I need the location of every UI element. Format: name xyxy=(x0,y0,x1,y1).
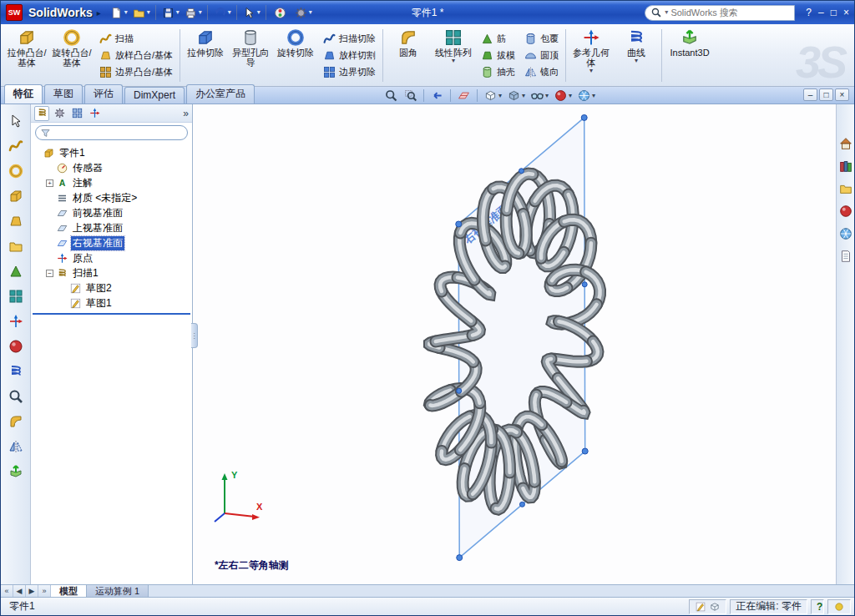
previous-view-button[interactable] xyxy=(429,88,445,103)
left-toolbar-icon-5[interactable] xyxy=(8,213,24,230)
tree-item-sketch1[interactable]: 草图1 xyxy=(33,295,190,311)
scenes-icon[interactable] xyxy=(838,226,853,241)
plane-handle[interactable] xyxy=(519,169,524,174)
print-button[interactable]: ▾ xyxy=(183,3,203,22)
featuremanager-tab[interactable] xyxy=(34,106,49,121)
tab-sketch[interactable]: 草图 xyxy=(44,84,83,104)
tree-item-annotations[interactable]: + A 注解 xyxy=(33,175,190,190)
custom-properties-icon[interactable] xyxy=(838,249,853,264)
status-model-icon[interactable] xyxy=(709,601,721,613)
left-toolbar-icon-9[interactable] xyxy=(8,313,24,330)
tab-scroll-last-button[interactable]: » xyxy=(38,585,51,597)
left-toolbar-icon-11[interactable] xyxy=(8,363,24,380)
fillet-button[interactable]: 圆角 xyxy=(386,26,431,85)
tree-item-sensors[interactable]: 传感器 xyxy=(33,160,190,175)
dimxpertmanager-tab[interactable] xyxy=(87,106,102,121)
tree-item-right-plane[interactable]: 右视基准面 xyxy=(33,235,190,250)
hide-show-items-button[interactable]: ▾ xyxy=(529,88,549,103)
display-style-button[interactable]: ▾ xyxy=(506,88,526,103)
tree-item-part[interactable]: 零件1 xyxy=(33,145,190,160)
instant3d-button[interactable]: Instant3D xyxy=(665,26,715,85)
resources-home-icon[interactable] xyxy=(838,136,853,151)
apply-scene-button[interactable]: ▾ xyxy=(576,88,596,103)
tree-item-top-plane[interactable]: 上视基准面 xyxy=(33,220,190,235)
plane-handle[interactable] xyxy=(457,388,462,393)
tree-item-sketch2[interactable]: 草图2 xyxy=(33,280,190,295)
tree-item-origin[interactable]: 原点 xyxy=(33,250,190,265)
model-tab[interactable]: 模型 xyxy=(51,585,87,597)
graphics-viewport[interactable]: 右视基准面 Y xyxy=(193,104,836,584)
edit-appearance-button[interactable]: ▾ xyxy=(553,88,573,103)
tab-dimxpert[interactable]: DimXpert xyxy=(124,87,185,104)
reference-geometry-button[interactable]: 参考几何体 ▾ xyxy=(569,26,614,85)
hole-wizard-button[interactable]: 异型孔向导 xyxy=(228,26,273,85)
tab-office-products[interactable]: 办公室产品 xyxy=(186,84,255,104)
revolved-boss-button[interactable]: 旋转凸台/基体 xyxy=(49,26,94,85)
shell-button[interactable]: 抽壳 xyxy=(478,64,517,80)
plane-handle[interactable] xyxy=(582,448,588,454)
sweep-button[interactable]: 扫描 xyxy=(97,31,175,47)
open-button[interactable]: ▾ xyxy=(131,3,151,22)
zoom-area-button[interactable] xyxy=(402,88,418,103)
plane-handle[interactable] xyxy=(457,555,463,561)
undo-button[interactable]: ▾ xyxy=(212,3,232,22)
left-toolbar-icon-14[interactable] xyxy=(8,438,24,455)
search-scope-caret[interactable]: ▾ xyxy=(665,9,668,16)
mirror-button[interactable]: 镜向 xyxy=(522,64,560,80)
rebuild-button[interactable] xyxy=(271,3,291,22)
tree-filter-box[interactable] xyxy=(35,125,188,140)
boundary-boss-button[interactable]: 边界凸台/基体 xyxy=(97,64,175,80)
left-toolbar-icon-15[interactable] xyxy=(8,463,24,480)
design-library-icon[interactable] xyxy=(838,159,853,174)
rib-button[interactable]: 筋 xyxy=(478,31,517,47)
panel-splitter-handle[interactable]: ⋮ xyxy=(191,323,198,348)
collapse-icon[interactable]: − xyxy=(46,270,53,277)
left-toolbar-icon-8[interactable] xyxy=(8,288,24,305)
left-toolbar-icon-13[interactable] xyxy=(8,413,24,430)
search-box[interactable]: ▾ xyxy=(645,5,795,21)
lofted-boss-button[interactable]: 放样凸台/基体 xyxy=(97,48,175,63)
left-toolbar-icon-10[interactable] xyxy=(8,338,24,355)
status-help-button[interactable]: ? xyxy=(811,599,824,614)
extruded-boss-button[interactable]: 拉伸凸台/基体 xyxy=(4,26,49,85)
maximize-button[interactable]: □ xyxy=(831,7,837,18)
wrap-button[interactable]: 包覆 xyxy=(522,31,560,47)
plane-handle[interactable] xyxy=(581,114,587,120)
minimize-button[interactable]: – xyxy=(818,7,824,18)
file-explorer-icon[interactable] xyxy=(838,181,853,196)
motion-study-tab[interactable]: 运动算例 1 xyxy=(87,585,149,597)
dome-button[interactable]: 圆顶 xyxy=(522,48,560,63)
help-button[interactable]: ? xyxy=(806,7,812,18)
plane-handle[interactable] xyxy=(582,282,587,287)
doc-restore-button[interactable]: □ xyxy=(819,88,833,101)
tree-item-front-plane[interactable]: 前视基准面 xyxy=(33,205,190,220)
section-view-button[interactable] xyxy=(456,88,472,103)
left-toolbar-icon-12[interactable] xyxy=(8,388,24,405)
tab-features[interactable]: 特征 xyxy=(4,84,43,104)
curves-button[interactable]: 曲线 ▾ xyxy=(614,26,659,85)
extruded-cut-button[interactable]: 拉伸切除 xyxy=(183,26,228,85)
propertymanager-tab[interactable] xyxy=(52,106,67,121)
tab-scroll-first-button[interactable]: « xyxy=(1,585,13,597)
left-toolbar-icon-6[interactable] xyxy=(8,238,24,255)
close-button[interactable]: × xyxy=(843,7,849,18)
tree-item-sweep1[interactable]: − 扫描1 xyxy=(33,265,190,280)
rollback-bar[interactable] xyxy=(33,313,190,315)
left-toolbar-icon-4[interactable] xyxy=(8,188,24,204)
left-toolbar-icon-2[interactable] xyxy=(8,138,24,154)
left-toolbar-icon-3[interactable] xyxy=(8,163,24,179)
tab-scroll-prev-button[interactable]: ◀ xyxy=(13,585,26,597)
doc-minimize-button[interactable]: – xyxy=(803,88,817,101)
appearances-icon[interactable] xyxy=(838,204,853,219)
tab-evaluate[interactable]: 评估 xyxy=(84,84,123,104)
expand-icon[interactable]: + xyxy=(46,179,53,187)
swept-cut-button[interactable]: 扫描切除 xyxy=(321,31,377,47)
boundary-cut-button[interactable]: 边界切除 xyxy=(321,64,377,80)
new-document-button[interactable]: ▾ xyxy=(109,3,129,22)
doc-close-button[interactable]: × xyxy=(835,88,849,101)
search-input[interactable] xyxy=(670,8,777,18)
manager-overflow-button[interactable]: » xyxy=(183,108,189,119)
tree-item-material[interactable]: 材质 <未指定> xyxy=(33,190,190,205)
revolved-cut-button[interactable]: 旋转切除 xyxy=(273,26,318,85)
plane-handle[interactable] xyxy=(519,502,524,507)
